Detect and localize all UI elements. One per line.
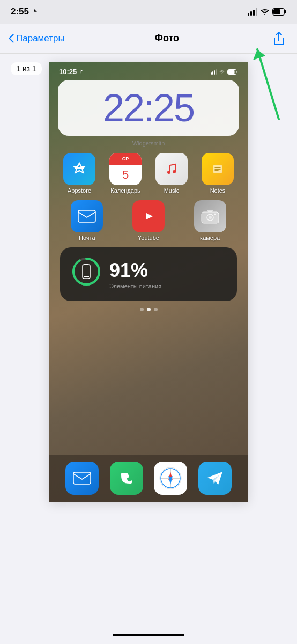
svg-rect-6 (236, 71, 237, 73)
clock-widget: 22:25 (58, 80, 239, 136)
photo-counter: 1 из 1 (11, 62, 42, 75)
phone-screen: 10:25 (49, 62, 248, 502)
app-camera[interactable]: камера (183, 200, 237, 241)
dock-telegram[interactable] (198, 462, 232, 495)
phone-battery-icon (227, 69, 238, 75)
widgetsmith-label: Widgetsmith (49, 140, 248, 147)
photo-viewer: 1 из 1 10:25 (0, 54, 297, 626)
dot-2 (147, 308, 151, 311)
dock-mail[interactable] (65, 462, 99, 495)
svg-point-19 (209, 216, 212, 219)
home-bar (113, 634, 184, 636)
back-button[interactable]: Параметры (9, 33, 65, 44)
phone-wifi-icon (219, 69, 225, 74)
svg-point-22 (73, 259, 99, 284)
app-music[interactable]: Music (152, 153, 191, 194)
app-youtube[interactable]: Youtube (122, 200, 176, 241)
app-mail[interactable]: Почта (60, 200, 114, 241)
page-dots (49, 308, 248, 311)
phone-status-bar: 10:25 (49, 62, 248, 76)
youtube-icon (132, 200, 165, 232)
app-appstore[interactable]: Appstore (60, 153, 99, 194)
svg-rect-2 (273, 9, 280, 14)
battery-icon (272, 8, 286, 16)
share-button[interactable] (269, 29, 288, 48)
dot-1 (140, 308, 144, 311)
svg-point-8 (167, 171, 170, 174)
calendar-icon: СР 5 (109, 153, 142, 185)
wifi-icon (261, 9, 269, 15)
battery-label: Элементы питания (109, 283, 161, 289)
page-title: Фото (155, 33, 179, 44)
location-icon (31, 9, 38, 15)
music-icon (155, 153, 188, 185)
phone-status-icons (211, 69, 238, 75)
mail-icon (71, 200, 103, 232)
phone-time: 10:25 (59, 68, 77, 76)
status-time: 2:55 (11, 6, 38, 17)
status-icons (248, 8, 286, 16)
svg-point-20 (214, 214, 216, 215)
camera-icon (194, 200, 226, 232)
home-indicator (0, 626, 297, 644)
svg-rect-25 (84, 276, 89, 277)
notes-icon (202, 153, 234, 185)
app-grid-row2: Почта Youtube (49, 200, 248, 247)
svg-rect-26 (73, 472, 91, 484)
phone-signal (211, 69, 217, 75)
battery-widget: 91% Элементы питания (60, 247, 237, 301)
app-calendar[interactable]: СР 5 Календарь (106, 153, 145, 194)
phone-location-icon (79, 69, 83, 75)
status-bar: 2:55 (0, 0, 297, 24)
chevron-left-icon (9, 34, 14, 43)
appstore-icon (63, 153, 95, 185)
phone-screenshot: 10:25 (49, 62, 248, 502)
app-grid-row1: Appstore СР 5 Календарь (49, 147, 248, 200)
phone-dock (49, 455, 248, 502)
nav-bar: Параметры Фото (0, 24, 297, 54)
svg-rect-14 (78, 210, 95, 222)
battery-percent: 91% (109, 259, 161, 282)
svg-rect-1 (285, 10, 286, 13)
svg-rect-7 (228, 70, 235, 74)
dock-safari[interactable] (154, 462, 187, 495)
dock-phone[interactable] (110, 462, 143, 495)
app-notes[interactable]: Notes (198, 153, 237, 194)
battery-circle (71, 256, 102, 287)
clock-display: 22:25 (69, 89, 228, 127)
svg-rect-24 (84, 264, 88, 265)
svg-point-9 (173, 170, 176, 173)
share-icon (272, 31, 285, 46)
dot-3 (154, 308, 158, 311)
signal-icon (248, 8, 257, 16)
